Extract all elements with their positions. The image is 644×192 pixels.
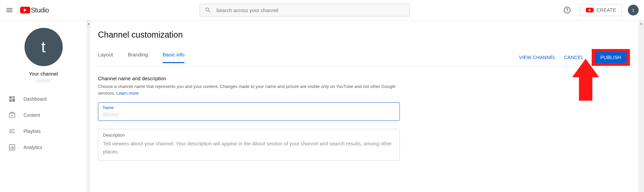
tabs: Layout Branding Basic info [98, 52, 184, 63]
svg-rect-8 [13, 147, 14, 149]
sidebar-item-analytics[interactable]: Analytics [0, 139, 87, 155]
description-field[interactable]: Description Tell viewers about your chan… [98, 129, 400, 161]
channel-label: Your channel [0, 71, 87, 77]
svg-rect-7 [12, 146, 12, 149]
sidebar-item-playlists[interactable]: Playlists [0, 123, 87, 139]
cancel-button[interactable]: CANCEL [564, 55, 584, 60]
svg-marker-1 [592, 8, 594, 12]
svg-marker-3 [11, 114, 13, 116]
description-placeholder: Tell viewers about your channel. Your de… [103, 140, 395, 156]
sidebar-item-dashboard[interactable]: Dashboard [0, 91, 87, 107]
playlists-icon [8, 127, 16, 135]
dashboard-icon [8, 95, 16, 103]
search-box[interactable] [200, 4, 410, 16]
main-content: Channel customization Layout Branding Ba… [87, 20, 644, 192]
tab-branding[interactable]: Branding [128, 52, 148, 63]
create-button[interactable]: CREATE [580, 4, 622, 16]
sidebar-nav: Dashboard Content Playlists Analytics [0, 91, 87, 155]
publish-highlight: PUBLISH [592, 49, 630, 66]
view-channel-button[interactable]: VIEW CHANNEL [519, 55, 556, 60]
search-input[interactable] [216, 7, 405, 13]
avatar[interactable]: t [628, 5, 639, 15]
action-buttons: VIEW CHANNEL CANCEL PUBLISH [519, 49, 630, 66]
name-section-heading: Channel name and description [98, 76, 400, 81]
menu-icon[interactable] [5, 6, 13, 14]
app-body: t Your channel blurred Dashboard Content… [0, 20, 644, 192]
youtube-studio-logo[interactable]: Studio [20, 6, 49, 14]
header-actions: CREATE t [560, 3, 639, 17]
create-camera-icon [586, 7, 594, 13]
analytics-icon [8, 143, 16, 151]
name-field[interactable]: Name blurred [98, 102, 400, 121]
description-label: Description [103, 133, 395, 138]
page-title: Channel customization [98, 30, 630, 40]
tabs-row: Layout Branding Basic info VIEW CHANNEL … [98, 49, 630, 66]
name-field-value-blurred: blurred [103, 111, 395, 117]
name-section: Channel name and description Choose a ch… [98, 76, 400, 161]
sidebar-item-label: Analytics [23, 145, 42, 150]
sidebar-item-label: Content [23, 112, 40, 118]
channel-avatar-large[interactable]: t [24, 28, 63, 66]
page-scrollbar[interactable]: ▴ [638, 20, 644, 192]
tab-basic-info[interactable]: Basic info [163, 52, 184, 63]
create-label: CREATE [596, 7, 616, 13]
logo-text: Studio [31, 6, 49, 14]
search-container [49, 4, 561, 16]
svg-rect-6 [10, 147, 11, 149]
scroll-up-icon[interactable]: ▴ [638, 20, 644, 26]
name-section-helper: Choose a channel name that represents yo… [98, 83, 400, 96]
sidebar-item-label: Dashboard [23, 96, 47, 102]
help-icon[interactable] [560, 3, 574, 17]
search-icon [205, 7, 211, 13]
sidebar-item-label: Playlists [23, 129, 41, 134]
tab-layout[interactable]: Layout [98, 52, 113, 63]
app-header: Studio CREATE t [0, 0, 644, 20]
content-icon [8, 111, 16, 119]
learn-more-link[interactable]: Learn more [116, 91, 139, 96]
svg-rect-4 [10, 112, 14, 113]
youtube-icon [20, 7, 30, 13]
channel-name-blurred: blurred [0, 78, 87, 83]
publish-button[interactable]: PUBLISH [595, 52, 627, 63]
name-field-label: Name [103, 105, 395, 110]
sidebar-item-content[interactable]: Content [0, 107, 87, 123]
sidebar: t Your channel blurred Dashboard Content… [0, 20, 87, 192]
